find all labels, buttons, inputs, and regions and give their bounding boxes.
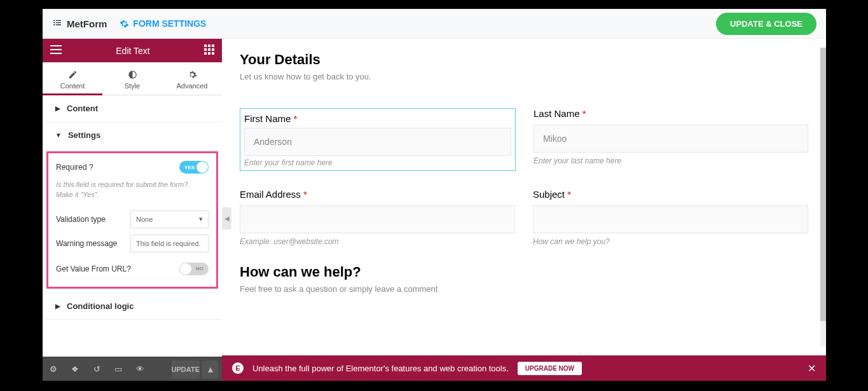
footer-update-button[interactable]: UPDATE — [172, 360, 200, 378]
metform-logo-icon — [52, 18, 62, 29]
subject-hint: How can we help you? — [533, 237, 808, 246]
footer-history-icon[interactable]: ↺ — [86, 357, 107, 381]
svg-rect-5 — [212, 48, 214, 51]
form-settings-button[interactable]: FORM SETTINGS — [120, 18, 206, 29]
toggle-no-text: NO — [196, 266, 203, 271]
toggle-knob — [196, 161, 208, 173]
section-sub-2: Feel free to ask a question or simply le… — [240, 284, 808, 294]
tab-content-label: Content — [60, 82, 85, 90]
footer-layers-icon[interactable]: ❖ — [64, 357, 86, 381]
svg-rect-6 — [204, 52, 207, 55]
toggle-yes-text: YES — [184, 165, 195, 170]
firstname-input[interactable] — [244, 128, 511, 156]
section-title: Your Details — [240, 51, 808, 68]
update-close-button[interactable]: UPDATE & CLOSE — [716, 13, 816, 35]
sidebar-tabs: Content Style Advanced — [43, 62, 222, 95]
topbar: MetForm FORM SETTINGS UPDATE & CLOSE — [43, 9, 826, 39]
field-firstname-selected[interactable]: First Name * Enter your first name here — [240, 108, 516, 171]
footer-settings-icon[interactable]: ⚙ — [43, 357, 64, 381]
logo-text: MetForm — [67, 18, 107, 29]
svg-rect-0 — [204, 45, 207, 47]
lastname-label: Last Name * — [534, 108, 808, 119]
accordion-conditional[interactable]: ▶ Conditional logic — [43, 293, 222, 319]
caret-right-icon: ▶ — [55, 303, 60, 310]
firstname-label: First Name * — [240, 109, 515, 124]
upgrade-button[interactable]: UPGRADE NOW — [518, 362, 582, 375]
sidebar-title: Edit Text — [116, 46, 149, 56]
lastname-hint: Enter your last name here — [534, 156, 808, 165]
gear-icon — [120, 19, 129, 29]
getvalue-label: Get Value From URL? — [56, 264, 131, 273]
tab-content[interactable]: Content — [43, 62, 102, 95]
chevron-down-icon: ▾ — [199, 215, 203, 223]
subject-input[interactable] — [533, 205, 808, 233]
accordion-settings[interactable]: ▼ Settings — [43, 122, 222, 148]
apps-icon[interactable] — [204, 45, 214, 57]
footer-update-dropdown[interactable]: ▴ — [202, 360, 218, 378]
sidebar-collapse-button[interactable]: ◀ — [222, 207, 231, 230]
firstname-hint: Enter your first name here — [240, 158, 515, 167]
settings-panel: Required ? YES Is this field is required… — [46, 151, 218, 289]
hamburger-icon[interactable] — [50, 45, 62, 56]
scrollbar-thumb[interactable] — [820, 48, 826, 321]
required-control: Required ? YES — [56, 161, 209, 174]
svg-rect-1 — [208, 45, 210, 47]
sidebar: Edit Text Content Style Advanced — [43, 39, 222, 381]
warning-control: Warning message — [56, 235, 209, 252]
warning-input[interactable] — [130, 235, 209, 252]
close-icon[interactable]: ✕ — [808, 362, 816, 374]
getvalue-toggle[interactable]: NO — [179, 263, 209, 275]
section-sub: Let us know how to get back to you. — [240, 72, 808, 81]
field-lastname[interactable]: Last Name * Enter your last name here — [534, 108, 808, 171]
elementor-icon: E — [232, 362, 244, 374]
tab-advanced-label: Advanced — [177, 82, 208, 90]
tab-style-label: Style — [125, 82, 140, 90]
svg-rect-7 — [208, 52, 210, 55]
tab-style[interactable]: Style — [102, 62, 162, 95]
editor-modal: MetForm FORM SETTINGS UPDATE & CLOSE Edi… — [43, 9, 826, 381]
cog-icon — [188, 70, 197, 79]
preview-area: Your Details Let us know how to get back… — [222, 39, 826, 381]
form-settings-label: FORM SETTINGS — [133, 18, 206, 29]
field-subject[interactable]: Subject * How can we help you? — [533, 189, 808, 246]
accordion-content[interactable]: ▶ Content — [43, 95, 222, 121]
lastname-input[interactable] — [534, 125, 808, 153]
footer-responsive-icon[interactable]: ▭ — [107, 357, 129, 381]
validation-control: Validation type None ▾ — [56, 210, 209, 228]
subject-label: Subject * — [533, 189, 808, 200]
tab-advanced[interactable]: Advanced — [162, 62, 222, 95]
accordion-settings-label: Settings — [68, 130, 100, 140]
caret-right-icon: ▶ — [55, 105, 60, 112]
field-email[interactable]: Email Address * Example: user@website.co… — [240, 189, 515, 246]
accordion: ▶ Content ▼ Settings Required ? YES — [43, 95, 222, 320]
logo: MetForm — [52, 18, 107, 29]
validation-select[interactable]: None ▾ — [130, 210, 209, 228]
svg-rect-3 — [204, 48, 207, 51]
section-title-2: How can we help? — [240, 264, 808, 280]
required-label: Required ? — [56, 163, 93, 172]
svg-rect-8 — [212, 52, 214, 55]
accordion-content-label: Content — [67, 104, 98, 113]
warning-label: Warning message — [56, 239, 117, 248]
svg-rect-2 — [212, 45, 214, 47]
upgrade-banner: E Unleash the full power of Elementor's … — [222, 355, 826, 381]
banner-text: Unleash the full power of Elementor's fe… — [252, 364, 509, 373]
caret-down-icon: ▼ — [55, 132, 62, 139]
sidebar-header: Edit Text — [43, 39, 222, 62]
sidebar-footer: ⚙ ❖ ↺ ▭ 👁 UPDATE ▴ — [43, 357, 222, 381]
email-input[interactable] — [240, 205, 515, 233]
validation-value: None — [136, 216, 153, 223]
footer-preview-icon[interactable]: 👁 — [129, 357, 151, 381]
accordion-conditional-label: Conditional logic — [67, 301, 134, 311]
email-label: Email Address * — [240, 189, 515, 200]
contrast-icon — [128, 70, 137, 79]
pencil-icon — [68, 70, 78, 79]
preview-scrollbar[interactable] — [820, 48, 826, 346]
toggle-knob — [180, 263, 191, 275]
getvalue-control: Get Value From URL? NO — [56, 263, 209, 275]
required-toggle[interactable]: YES — [179, 161, 209, 174]
email-hint: Example: user@website.com — [240, 237, 515, 246]
svg-rect-4 — [208, 48, 210, 51]
required-help: Is this field is required for submit the… — [56, 180, 209, 200]
validation-label: Validation type — [56, 215, 106, 224]
